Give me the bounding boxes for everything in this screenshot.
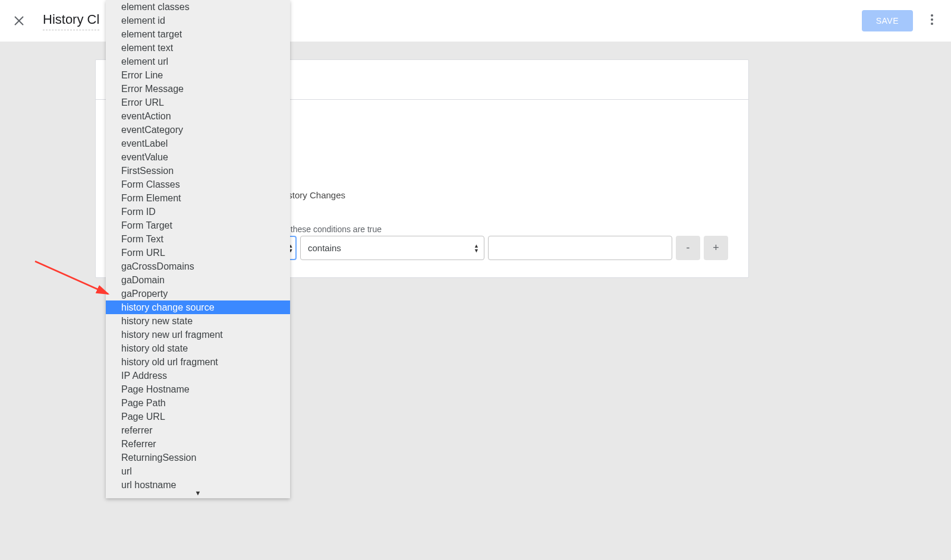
variable-option[interactable]: gaCrossDomains <box>106 260 290 273</box>
variable-option[interactable]: element classes <box>106 0 290 14</box>
variable-option[interactable]: Referrer <box>106 437 290 451</box>
close-icon[interactable] <box>12 14 26 28</box>
variable-option[interactable]: element url <box>106 55 290 68</box>
scroll-down-icon[interactable]: ▼ <box>106 489 290 496</box>
variable-option[interactable]: gaProperty <box>106 287 290 300</box>
variable-option[interactable]: url <box>106 464 290 478</box>
variable-option[interactable]: Form Text <box>106 232 290 246</box>
variable-option[interactable]: history old url fragment <box>106 355 290 369</box>
variable-option[interactable]: history change source <box>106 300 290 314</box>
variable-option[interactable]: Form ID <box>106 205 290 219</box>
variable-option[interactable]: FirstSession <box>106 164 290 178</box>
add-condition-button[interactable]: + <box>704 236 728 260</box>
variable-option[interactable]: eventAction <box>106 109 290 123</box>
condition-value-input[interactable] <box>488 236 672 260</box>
remove-condition-button[interactable]: - <box>676 236 700 260</box>
variable-dropdown-list: element classeselement idelement targete… <box>106 0 290 492</box>
variable-option[interactable]: referrer <box>106 423 290 437</box>
variable-option[interactable]: Page URL <box>106 410 290 423</box>
variable-option[interactable]: history new url fragment <box>106 328 290 341</box>
variable-option[interactable]: history new state <box>106 314 290 328</box>
chevron-down-icon: ▼ <box>474 248 479 253</box>
variable-option[interactable]: ReturningSession <box>106 451 290 464</box>
variable-option[interactable]: Page Path <box>106 396 290 410</box>
svg-point-3 <box>931 18 933 21</box>
operator-select[interactable]: contains ▲ ▼ <box>300 236 484 260</box>
variable-option[interactable]: eventLabel <box>106 137 290 150</box>
variable-option[interactable]: element target <box>106 27 290 41</box>
variable-option[interactable]: Form Target <box>106 219 290 232</box>
variable-option[interactable]: Form URL <box>106 246 290 260</box>
variable-option[interactable]: Error Line <box>106 68 290 82</box>
variable-option[interactable]: element id <box>106 14 290 27</box>
variable-option[interactable]: Form Element <box>106 191 290 205</box>
svg-point-2 <box>931 14 933 17</box>
operator-select-value: contains <box>308 243 341 253</box>
variable-option[interactable]: Page Hostname <box>106 382 290 396</box>
variable-option[interactable]: Error Message <box>106 82 290 96</box>
variable-option[interactable]: history old state <box>106 341 290 355</box>
conditions-hint-label: f these conditions are true <box>286 224 382 234</box>
variable-option[interactable]: element text <box>106 41 290 55</box>
variable-option[interactable]: IP Address <box>106 369 290 382</box>
trigger-type-label: istory Changes <box>286 190 345 200</box>
condition-row: ▲ ▼ contains ▲ ▼ - + <box>286 236 728 260</box>
variable-option[interactable]: Error URL <box>106 96 290 109</box>
variable-option[interactable]: eventValue <box>106 150 290 164</box>
variable-dropdown[interactable]: element classeselement idelement targete… <box>106 0 290 498</box>
more-options-icon[interactable] <box>925 14 939 28</box>
variable-option[interactable]: gaDomain <box>106 273 290 287</box>
variable-option[interactable]: eventCategory <box>106 123 290 137</box>
save-button[interactable]: SAVE <box>862 10 913 31</box>
page-title[interactable]: History Cl <box>43 12 99 30</box>
variable-option[interactable]: Form Classes <box>106 178 290 191</box>
svg-point-4 <box>931 23 933 25</box>
